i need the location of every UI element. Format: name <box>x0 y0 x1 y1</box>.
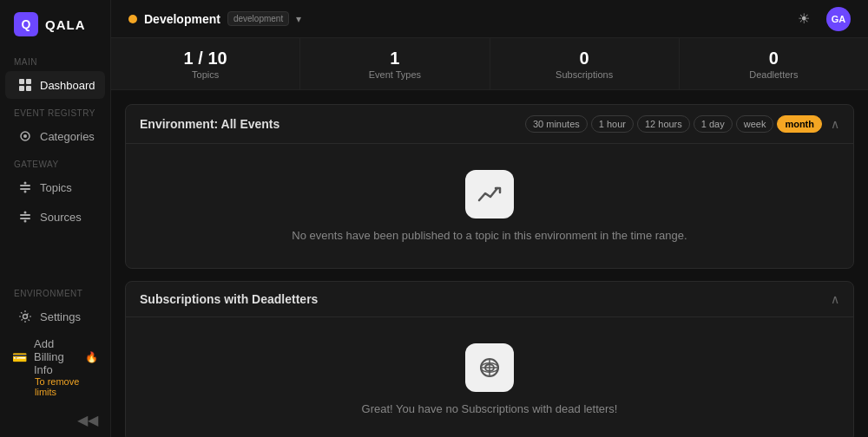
sidebar-item-topics[interactable]: Topics <box>5 173 105 201</box>
svg-rect-3 <box>26 86 31 91</box>
time-filter-1hour[interactable]: 1 hour <box>591 115 634 133</box>
env-badge: development <box>227 11 289 26</box>
time-filter-1day[interactable]: 1 day <box>694 115 733 133</box>
svg-point-14 <box>23 315 28 319</box>
topics-icon <box>17 179 33 195</box>
svg-rect-1 <box>26 79 31 84</box>
billing-power-icon: 🔥 <box>85 351 98 363</box>
all-events-empty-icon <box>465 170 514 218</box>
svg-point-9 <box>24 191 27 193</box>
billing-label: Add Billing Info <box>34 337 78 376</box>
svg-point-5 <box>23 134 27 138</box>
theme-toggle-button[interactable]: ☀ <box>792 7 816 31</box>
sidebar-item-dashboard[interactable]: Dashboard <box>5 71 105 99</box>
content-body: Environment: All Events 30 minutes 1 hou… <box>111 90 868 437</box>
env-name: Development <box>144 12 220 26</box>
sidebar-bottom: Environment Settings 💳 Add Billing Info … <box>0 280 110 437</box>
billing-card-icon: 💳 <box>12 350 27 364</box>
sidebar-item-categories-label: Categories <box>40 130 95 143</box>
stat-subscriptions: 0 Subscriptions <box>490 38 680 89</box>
sidebar-item-categories[interactable]: Categories <box>5 122 105 150</box>
logo-icon: Q <box>14 12 38 36</box>
logo: Q QALA <box>0 0 110 49</box>
sidebar-collapse[interactable]: ◀◀ <box>0 403 110 437</box>
sidebar: Q QALA Main Dashboard Event Registry Cat… <box>0 0 111 437</box>
svg-rect-2 <box>19 86 24 91</box>
time-filters: 30 minutes 1 hour 12 hours 1 day week mo… <box>525 115 822 133</box>
collapse-icon[interactable]: ◀◀ <box>77 412 98 428</box>
sidebar-item-sources[interactable]: Sources <box>5 203 105 231</box>
main-content: Development development ▾ ☀ GA 1 / 10 To… <box>111 0 868 437</box>
topbar: Development development ▾ ☀ GA <box>111 0 868 38</box>
stat-deadletters-value: 0 <box>769 49 779 68</box>
env-status-dot <box>128 15 137 23</box>
env-chevron-icon[interactable]: ▾ <box>296 13 301 25</box>
svg-point-12 <box>24 212 27 214</box>
all-events-collapse-icon[interactable]: ∧ <box>831 117 839 131</box>
all-events-title: Environment: All Events <box>140 117 279 131</box>
time-filter-month[interactable]: month <box>777 115 822 133</box>
billing-info-item[interactable]: 💳 Add Billing Info 🔥 To remove limits <box>0 331 110 403</box>
environment-label: Environment <box>0 280 110 302</box>
time-filter-week[interactable]: week <box>736 115 774 133</box>
svg-point-8 <box>24 182 27 185</box>
svg-rect-6 <box>20 185 30 186</box>
stat-deadletters: 0 Deadletters <box>680 38 868 89</box>
deadletters-empty-state: Great! You have no Subscriptions with de… <box>126 317 853 437</box>
dashboard-icon <box>17 77 33 93</box>
deadletters-empty-text: Great! You have no Subscriptions with de… <box>362 402 618 415</box>
user-avatar[interactable]: GA <box>826 7 851 31</box>
gateway-label: Gateway <box>0 151 110 173</box>
deadletters-collapse-icon[interactable]: ∧ <box>831 292 839 306</box>
sidebar-item-dashboard-label: Dashboard <box>40 79 95 92</box>
deadletters-empty-icon <box>465 343 514 392</box>
time-filter-12hours[interactable]: 12 hours <box>637 115 690 133</box>
stat-subscriptions-label: Subscriptions <box>556 69 613 80</box>
svg-rect-7 <box>20 188 30 190</box>
billing-sub-label: To remove limits <box>12 376 98 397</box>
stat-event-types-label: Event Types <box>369 69 421 80</box>
stat-event-types-value: 1 <box>390 49 399 68</box>
deadletters-section: Subscriptions with Deadletters ∧ Great! … <box>125 281 854 437</box>
settings-icon <box>17 309 33 324</box>
main-section-label: Main <box>0 49 110 70</box>
sidebar-item-topics-label: Topics <box>40 181 72 194</box>
sidebar-item-settings[interactable]: Settings <box>5 303 105 330</box>
svg-point-13 <box>24 220 27 223</box>
sources-icon <box>17 209 33 225</box>
deadletters-header: Subscriptions with Deadletters ∧ <box>126 282 853 317</box>
stat-topics-label: Topics <box>192 69 219 80</box>
stat-deadletters-label: Deadletters <box>749 69 798 80</box>
all-events-empty-text: No events have been published to a topic… <box>292 229 687 242</box>
svg-rect-0 <box>19 79 24 84</box>
stats-row: 1 / 10 Topics 1 Event Types 0 Subscripti… <box>111 38 868 90</box>
stat-event-types: 1 Event Types <box>300 38 490 89</box>
event-registry-label: Event Registry <box>0 100 110 121</box>
sidebar-item-sources-label: Sources <box>40 211 82 224</box>
all-events-header: Environment: All Events 30 minutes 1 hou… <box>126 105 853 144</box>
svg-rect-11 <box>20 218 30 219</box>
stat-subscriptions-value: 0 <box>580 49 589 68</box>
time-filter-30min[interactable]: 30 minutes <box>525 115 588 133</box>
stat-topics: 1 / 10 Topics <box>111 38 300 89</box>
logo-text: QALA <box>45 17 86 32</box>
stat-topics-value: 1 / 10 <box>184 49 227 68</box>
all-events-section: Environment: All Events 30 minutes 1 hou… <box>125 104 854 269</box>
svg-rect-10 <box>20 214 30 216</box>
sidebar-item-settings-label: Settings <box>40 310 81 323</box>
categories-icon <box>17 128 33 144</box>
topbar-left: Development development ▾ <box>128 11 301 26</box>
all-events-empty-state: No events have been published to a topic… <box>126 144 853 268</box>
deadletters-title: Subscriptions with Deadletters <box>140 292 318 306</box>
topbar-right: ☀ GA <box>792 7 851 31</box>
